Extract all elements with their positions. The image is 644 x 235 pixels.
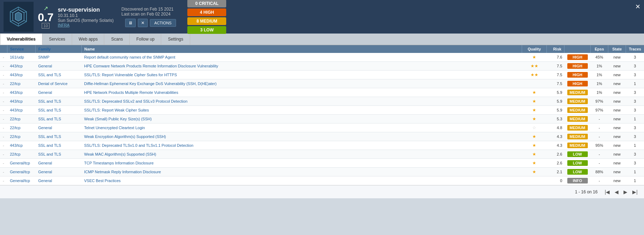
row-name[interactable]: HPE Comware Network Products Remote Info… (81, 62, 522, 71)
row-name[interactable]: SSL/TLS: Report Vulnerable Cipher Suites… (81, 71, 522, 79)
tab-settings[interactable]: Settings (161, 34, 190, 45)
row-service[interactable]: General/tcp (7, 168, 35, 176)
row-service[interactable]: 22/tcp (7, 79, 35, 88)
col-quality-header[interactable]: Quality (522, 45, 547, 53)
row-family[interactable]: Denial of Service (35, 79, 81, 88)
row-name[interactable]: SSL/TLS: Deprecated SSLv2 and SSLv3 Prot… (81, 97, 522, 106)
row-service[interactable]: 443/tcp (7, 88, 35, 97)
row-name[interactable]: SSL/TLS: Report Weak Cipher Suites (81, 106, 522, 115)
row-name[interactable]: Weak MAC Algorithm(s) Supported (SSH) (81, 150, 522, 159)
row-family[interactable]: SSL and TLS (35, 141, 81, 150)
row-family[interactable]: SSL and TLS (35, 106, 81, 115)
row-severity: HIGH (564, 62, 591, 71)
row-family[interactable]: SNMP (35, 53, 81, 62)
logo (4, 2, 34, 32)
col-risk-header[interactable]: Risk (547, 45, 564, 53)
row-service[interactable]: 22/tcp (7, 150, 35, 159)
row-quality: ★ (522, 53, 547, 62)
row-family[interactable]: SSL and TLS (35, 150, 81, 159)
row-epss: - (591, 176, 608, 185)
row-severity: MEDIUM (564, 97, 591, 106)
col-service-header[interactable]: Service (7, 45, 35, 53)
row-quality: ★ (522, 132, 547, 141)
host-name: srv-supervision (58, 7, 113, 13)
row-service[interactable]: 443/tcp (7, 141, 35, 150)
row-service[interactable]: 443/tcp (7, 62, 35, 71)
col-epss-header[interactable]: Epss (591, 45, 608, 53)
table-row: - 22/tcp SSL and TLS Weak Encryption Alg… (0, 132, 644, 141)
row-name[interactable]: SSL/TLS: Deprecated TLSv1.0 and TLSv1.1 … (81, 141, 522, 150)
row-epss: - (591, 132, 608, 141)
row-name[interactable]: Diffie-Hellman Ephemeral Key Exchange Do… (81, 79, 522, 88)
row-service[interactable]: General/tcp (7, 176, 35, 185)
row-quality: ★ (522, 88, 547, 97)
severity-badge: MEDIUM (567, 107, 588, 113)
table-body: - 161/udp SNMP Report default community … (0, 53, 644, 185)
row-service[interactable]: 22/tcp (7, 115, 35, 123)
row-name[interactable]: Report default community names of the SN… (81, 53, 522, 62)
tab-services[interactable]: Services (42, 34, 72, 45)
row-service[interactable]: 161/udp (7, 53, 35, 62)
tab-web-apps[interactable]: Web apps (72, 34, 105, 45)
col-family-header[interactable]: Family (35, 45, 81, 53)
medium-badge[interactable]: 8 MEDIUM (187, 17, 226, 25)
row-service[interactable]: 443/tcp (7, 97, 35, 106)
col-traces-header[interactable]: Traces (626, 45, 644, 53)
row-epss: 1% (591, 88, 608, 97)
row-family[interactable]: SSL and TLS (35, 97, 81, 106)
row-name[interactable]: ICMP Netmask Reply Information Disclosur… (81, 168, 522, 176)
row-family[interactable]: General (35, 159, 81, 168)
row-service[interactable]: 443/tcp (7, 71, 35, 79)
actions-button[interactable]: ACTIONS (150, 19, 176, 27)
col-name-header[interactable]: Name (81, 45, 522, 53)
row-service[interactable]: 22/tcp (7, 132, 35, 141)
row-family[interactable]: General (35, 176, 81, 185)
infra-link[interactable]: INFRA (58, 23, 113, 27)
row-family[interactable]: General (35, 62, 81, 71)
critical-badge[interactable]: 0 CRITICAL (187, 0, 226, 7)
monitor-icon-btn[interactable]: 🖥 (125, 19, 136, 27)
row-dash: - (0, 53, 7, 62)
row-family[interactable]: General (35, 88, 81, 97)
low-badge[interactable]: 3 LOW (187, 26, 226, 34)
row-family[interactable]: General (35, 168, 81, 176)
row-family[interactable]: SSL and TLS (35, 71, 81, 79)
row-risk: 4.8 (547, 123, 564, 132)
quality-star-empty: ☆ (532, 125, 536, 130)
quality-star: ★ (532, 134, 536, 139)
row-name[interactable]: Weak (Small) Public Key Size(s) (SSH) (81, 115, 522, 123)
row-name[interactable]: HPE Network Products Multiple Remote Vul… (81, 88, 522, 97)
high-badge[interactable]: 4 HIGH (187, 8, 226, 16)
table-row: - 161/udp SNMP Report default community … (0, 53, 644, 62)
row-traces: 3 (626, 106, 644, 115)
quality-stars: ★★ (531, 64, 538, 68)
tab-vulnerabilities[interactable]: Vulnerabilities (0, 34, 42, 45)
row-family[interactable]: SSL and TLS (35, 132, 81, 141)
table-row: - 443/tcp SSL and TLS SSL/TLS: Report Vu… (0, 71, 644, 79)
row-dash: - (0, 79, 7, 88)
row-family[interactable]: SSL and TLS (35, 115, 81, 123)
row-name[interactable]: Telnet Unencrypted Cleartext Login (81, 123, 522, 132)
tab-follow-up[interactable]: Follow up (130, 34, 161, 45)
table-row: - General/tcp General VSEC Best Practice… (0, 176, 644, 185)
row-service[interactable]: General/tcp (7, 159, 35, 168)
score-box: ↗ 0.7 10 (38, 5, 53, 29)
row-name[interactable]: TCP Timestamps Information Disclosure (81, 159, 522, 168)
row-epss: 1% (591, 71, 608, 79)
row-service[interactable]: 443/tcp (7, 106, 35, 115)
window-close-button[interactable]: ✕ (635, 3, 640, 11)
row-name[interactable]: VSEC Best Practices (81, 176, 522, 185)
next-page-button[interactable]: ▶ (622, 188, 629, 195)
row-service[interactable]: 22/tcp (7, 123, 35, 132)
row-family[interactable]: General (35, 123, 81, 132)
col-state-header[interactable]: State (608, 45, 626, 53)
close-icon-btn[interactable]: ✕ (138, 19, 148, 27)
first-page-button[interactable]: |◀ (603, 188, 611, 195)
row-name[interactable]: Weak Encryption Algorithm(s) Supported (… (81, 132, 522, 141)
row-risk: 7.5 (547, 79, 564, 88)
last-page-button[interactable]: ▶| (631, 188, 639, 195)
tab-scans[interactable]: Scans (104, 34, 129, 45)
table-header-row: Service Family Name Quality Risk Epss St… (0, 45, 644, 53)
svg-line-5 (24, 20, 27, 22)
prev-page-button[interactable]: ◀ (613, 188, 620, 195)
